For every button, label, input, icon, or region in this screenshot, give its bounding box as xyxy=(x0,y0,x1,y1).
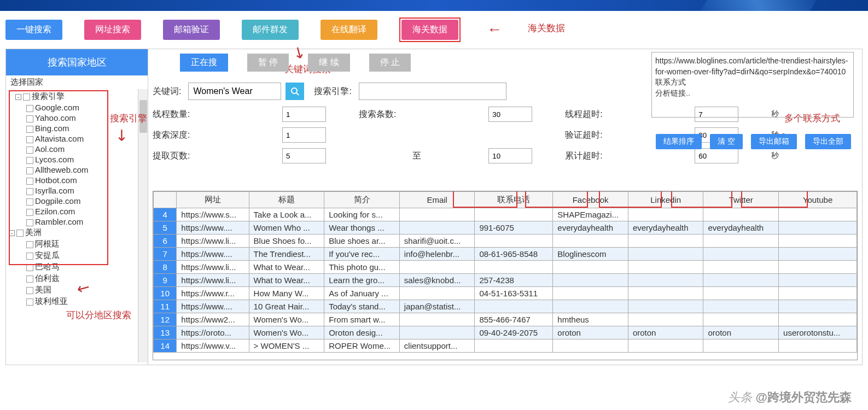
col-linkedin[interactable]: Linkedin xyxy=(628,192,703,208)
tree-engine-item[interactable]: Alltheweb.com xyxy=(9,165,145,175)
engine-label: 搜索引擎: xyxy=(314,86,351,97)
table-row[interactable]: 11https://www....10 Great Hair...Today's… xyxy=(154,300,857,313)
tree-engine-item[interactable]: Ezilon.com xyxy=(9,206,145,216)
select-country-label: 选择国家 xyxy=(6,75,148,89)
clear-button[interactable]: 清 空 xyxy=(710,134,743,149)
table-row[interactable]: 4https://www.s...Take a Look a...Looking… xyxy=(154,208,857,221)
main-container: 搜索国家地区 选择国家 -搜索引擎 Google.com Yahoo.com B… xyxy=(5,49,863,365)
depth-label: 搜索深度: xyxy=(153,130,269,141)
table-row[interactable]: 9https://www.li...What to Wear...Learn t… xyxy=(154,274,857,287)
tree-engines-node[interactable]: -搜索引擎 xyxy=(9,91,145,102)
tree-engine-item[interactable]: Dogpile.com xyxy=(9,196,145,206)
col-phone[interactable]: 联系电话 xyxy=(475,192,553,208)
collapse-icon[interactable]: - xyxy=(9,230,15,236)
stop-button[interactable]: 停 止 xyxy=(369,54,411,72)
mass-mail-button[interactable]: 邮件群发 xyxy=(242,20,299,40)
one-click-search-button[interactable]: 一键搜索 xyxy=(5,20,62,40)
col-desc[interactable]: 简介 xyxy=(324,192,400,208)
threads-label: 线程数量: xyxy=(153,109,269,120)
tree-region-item[interactable]: 巴哈马 xyxy=(9,261,145,273)
annotation-customs: 海关数据 xyxy=(528,22,565,34)
tree-engine-item[interactable]: Isyrlla.com xyxy=(9,185,145,196)
tree-engine-item[interactable]: Google.com xyxy=(9,102,145,113)
log-box: https://www.bloglines.com/article/the-tr… xyxy=(651,52,854,118)
keyword-input[interactable] xyxy=(188,83,281,100)
tree-region-item[interactable]: 伯利兹 xyxy=(9,273,145,284)
searching-button[interactable]: 正在搜 xyxy=(180,54,228,72)
count-input[interactable] xyxy=(488,107,532,122)
pages-from-input[interactable] xyxy=(282,148,326,163)
pages-label: 提取页数: xyxy=(153,150,269,162)
tree-engine-item[interactable]: Lycos.com xyxy=(9,154,145,165)
total-timeout-input[interactable] xyxy=(695,148,738,163)
annotation-region: 可以分地区搜索 xyxy=(66,309,131,321)
table-row[interactable]: 14https://www.v...> WOMEN'S ...ROPER Wom… xyxy=(154,339,857,353)
engine-input[interactable] xyxy=(359,83,506,100)
tree-region-item[interactable]: 安提瓜 xyxy=(9,250,145,261)
tree-region-item[interactable]: 玻利维亚 xyxy=(9,296,145,307)
nav-row: 一键搜索 网址搜索 邮箱验证 邮件群发 在线翻译 海关数据 ← 海关数据 xyxy=(0,11,868,49)
threads-input[interactable] xyxy=(282,107,326,122)
customs-data-button[interactable]: 海关数据 xyxy=(401,20,458,40)
results-table[interactable]: 网址 标题 简介 Email 联系电话 Facebook Linkedin Tw… xyxy=(153,191,857,353)
table-header-row: 网址 标题 简介 Email 联系电话 Facebook Linkedin Tw… xyxy=(154,192,857,208)
results-table-wrap[interactable]: 网址 标题 简介 Email 联系电话 Facebook Linkedin Tw… xyxy=(153,191,858,360)
content-area: 搜索引擎 ↘ ↙ 可以分地区搜索 ↗ 正在搜 暂 停 继 续 停 止 关键词: … xyxy=(148,49,862,365)
depth-input[interactable] xyxy=(282,127,326,143)
table-row[interactable]: 5https://www....Women Who ...Wear thongs… xyxy=(154,221,857,235)
col-url[interactable]: 网址 xyxy=(177,192,249,208)
table-row[interactable]: 13https://oroto...Women's Wo...Oroton de… xyxy=(154,326,857,339)
col-twitter[interactable]: Twitter xyxy=(703,192,779,208)
arrow-icon: ← xyxy=(487,21,502,38)
to-label: 至 xyxy=(359,150,475,162)
tree-region-item[interactable]: 阿根廷 xyxy=(9,238,145,250)
resume-button[interactable]: 继 续 xyxy=(308,54,349,72)
tree-engine-item[interactable]: Hotbot.com xyxy=(9,175,145,185)
count-label: 搜索条数: xyxy=(359,109,475,120)
collapse-icon[interactable]: - xyxy=(15,94,21,100)
pause-button[interactable]: 暂 停 xyxy=(247,54,289,72)
pages-to-input[interactable] xyxy=(488,148,532,163)
top-banner xyxy=(0,0,868,11)
export-mail-button[interactable]: 导出邮箱 xyxy=(751,134,797,149)
email-verify-button[interactable]: 邮箱验证 xyxy=(163,20,220,40)
total-timeout-label: 累计超时: xyxy=(565,150,681,162)
translate-button[interactable]: 在线翻译 xyxy=(321,20,377,40)
search-icon xyxy=(290,87,299,96)
svg-line-1 xyxy=(296,93,299,95)
col-email[interactable]: Email xyxy=(399,192,475,208)
table-row[interactable]: 12https://www2...Women's Wo...From smart… xyxy=(154,313,857,326)
url-search-button[interactable]: 网址搜索 xyxy=(84,20,141,40)
result-buttons: 结果排序 清 空 导出邮箱 导出全部 xyxy=(656,134,851,149)
tree-engine-item[interactable]: Aol.com xyxy=(9,144,145,154)
col-blank xyxy=(154,192,177,208)
svg-point-0 xyxy=(292,88,297,93)
keyword-label: 关键词: xyxy=(153,86,181,97)
sidebar-title: 搜索国家地区 xyxy=(6,49,148,75)
table-row[interactable]: 6https://www.li...Blue Shoes fo...Blue s… xyxy=(154,235,857,248)
export-all-button[interactable]: 导出全部 xyxy=(805,134,851,149)
annotation-engine: 搜索引擎 xyxy=(110,112,147,125)
tree-region-node[interactable]: -美洲 xyxy=(9,227,145,238)
sec-label: 秒 xyxy=(771,151,858,161)
col-facebook[interactable]: Facebook xyxy=(553,192,628,208)
sort-button[interactable]: 结果排序 xyxy=(656,134,702,149)
table-row[interactable]: 10https://www.r...How Many W...As of Jan… xyxy=(154,287,857,300)
col-title[interactable]: 标题 xyxy=(249,192,324,208)
col-youtube[interactable]: Youtube xyxy=(779,192,857,208)
tree-engine-item[interactable]: Rambler.com xyxy=(9,216,145,227)
scrollbar[interactable] xyxy=(138,89,148,362)
table-row[interactable]: 8https://www.li...What to Wear...This ph… xyxy=(154,261,857,274)
annotation-contact: 多个联系方式 xyxy=(784,112,840,125)
table-row[interactable]: 7https://www....The Trendiest...If you'v… xyxy=(154,248,857,261)
search-button[interactable] xyxy=(286,83,304,100)
